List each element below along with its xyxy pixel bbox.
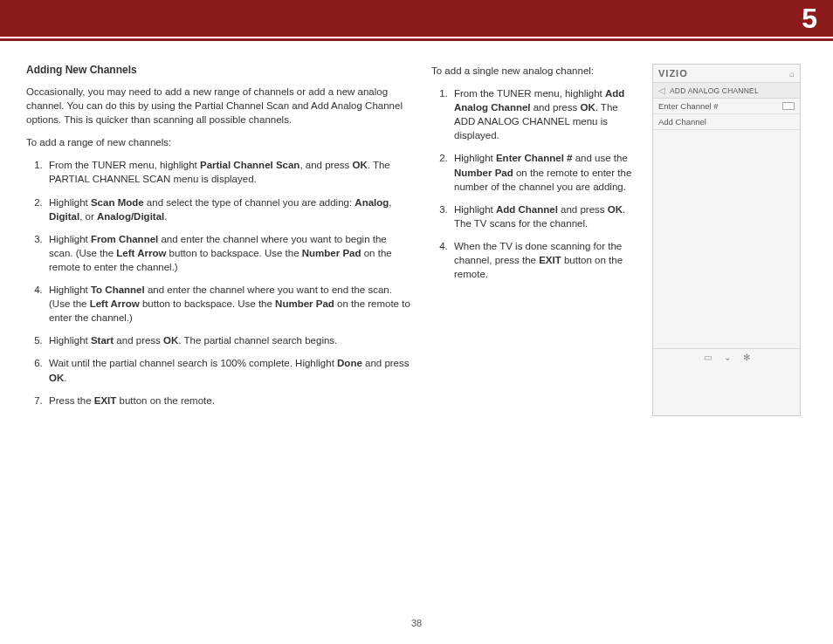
left-column: Adding New Channels Occasionally, you ma…	[26, 64, 410, 416]
menu-breadcrumb: ◁ ADD ANALOG CHANNEL	[653, 83, 800, 99]
step-5: Highlight Start and press OK. The partia…	[45, 333, 410, 347]
chevron-down-icon: ⌄	[724, 353, 731, 362]
header-band: 5	[0, 0, 833, 37]
home-icon: ⌂	[789, 69, 795, 79]
intro-paragraph: Occasionally, you may need to add a new …	[26, 85, 410, 127]
menu-screenshot: VIZIO ⌂ ◁ ADD ANALOG CHANNEL Enter Chann…	[652, 64, 801, 416]
steps-list-left: From the TUNER menu, highlight Partial C…	[26, 158, 410, 407]
step-4: Highlight To Channel and enter the chann…	[45, 283, 410, 325]
right-lead: To add a single new analog channel:	[431, 64, 637, 78]
right-column: To add a single new analog channel: From…	[431, 64, 637, 416]
menu-row-label: Add Channel	[658, 117, 706, 127]
menu-row-label: Enter Channel #	[658, 101, 719, 111]
menu-header: VIZIO ⌂	[653, 65, 800, 83]
breadcrumb-label: ADD ANALOG CHANNEL	[670, 86, 759, 95]
step-3: Highlight From Channel and enter the cha…	[45, 232, 410, 274]
menu-row-enter-channel: Enter Channel #	[653, 99, 800, 114]
back-icon: ◁	[658, 86, 665, 95]
step-1: From the TUNER menu, highlight Partial C…	[45, 158, 410, 186]
section-title: Adding New Channels	[26, 64, 410, 76]
menu-body-empty	[653, 130, 800, 348]
channel-input-box	[782, 102, 795, 110]
rstep-4: When the TV is done scanning for the cha…	[451, 239, 637, 281]
gear-icon: ✻	[743, 353, 750, 362]
section-number: 5	[802, 0, 817, 37]
rstep-3: Highlight Add Channel and press OK. The …	[451, 202, 637, 230]
rstep-2: Highlight Enter Channel # and use the Nu…	[451, 151, 637, 193]
page-number: 38	[411, 618, 422, 628]
menu-row-add-channel: Add Channel	[653, 114, 800, 130]
rstep-1: From the TUNER menu, highlight Add Analo…	[451, 86, 637, 142]
step-7: Press the EXIT button on the remote.	[45, 394, 410, 408]
steps-list-right: From the TUNER menu, highlight Add Analo…	[431, 86, 637, 281]
brand-label: VIZIO	[658, 68, 688, 79]
menu-footer: ▭ ⌄ ✻	[653, 348, 800, 366]
lead-paragraph: To add a range of new channels:	[26, 135, 410, 149]
step-6: Wait until the partial channel search is…	[45, 356, 410, 384]
wide-icon: ▭	[704, 353, 712, 362]
step-2: Highlight Scan Mode and select the type …	[45, 195, 410, 223]
